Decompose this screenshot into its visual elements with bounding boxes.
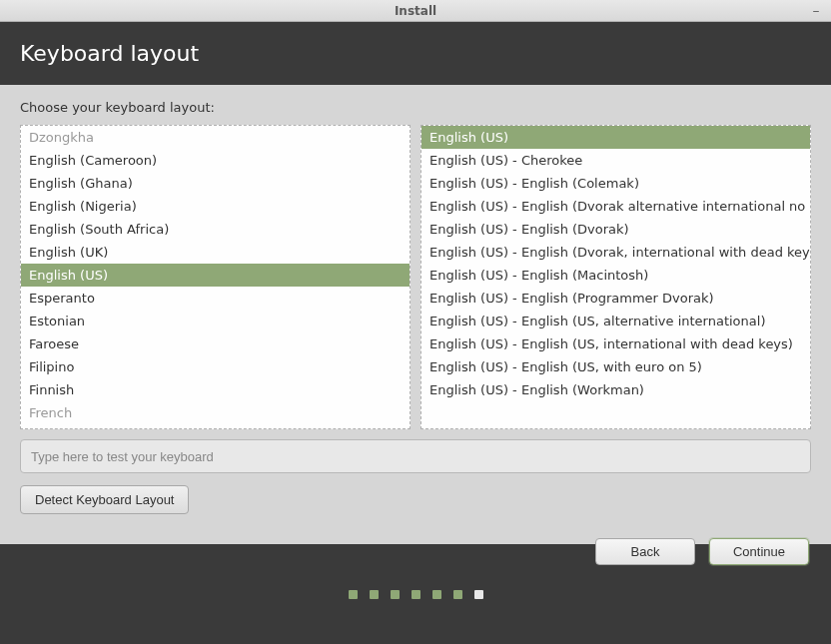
window-title: Install — [395, 4, 436, 18]
layout-item[interactable]: Filipino — [21, 355, 410, 378]
layout-item[interactable]: Dzongkha — [21, 126, 410, 149]
variant-item[interactable]: English (US) - English (Macintosh) — [421, 264, 810, 287]
layouts-list[interactable]: DzongkhaEnglish (Cameroon)English (Ghana… — [20, 125, 411, 429]
layout-item[interactable]: English (US) — [21, 264, 410, 287]
variant-item[interactable]: English (US) - English (US, internationa… — [421, 332, 810, 355]
keyboard-test-input[interactable] — [20, 439, 811, 473]
variant-item[interactable]: English (US) - English (Programmer Dvora… — [421, 287, 810, 310]
layout-item[interactable]: English (UK) — [21, 241, 410, 264]
layout-item[interactable]: Estonian — [21, 310, 410, 332]
layout-item[interactable]: English (South Africa) — [21, 218, 410, 241]
back-button[interactable]: Back — [595, 538, 695, 565]
layout-item[interactable]: Finnish — [21, 378, 410, 401]
variant-item[interactable]: English (US) - English (Workman) — [421, 378, 810, 401]
titlebar: Install – — [0, 0, 831, 22]
progress-dot — [412, 590, 420, 599]
progress-dot — [474, 590, 483, 599]
variant-item[interactable]: English (US) — [421, 126, 810, 149]
layout-item[interactable]: English (Nigeria) — [21, 195, 410, 218]
variant-item[interactable]: English (US) - English (Dvorak alternati… — [421, 195, 810, 218]
prompt-label: Choose your keyboard layout: — [20, 100, 811, 115]
variants-list[interactable]: English (US)English (US) - CherokeeEngli… — [420, 125, 811, 429]
progress-footer — [0, 544, 831, 644]
progress-dot — [349, 590, 358, 599]
lists-container: DzongkhaEnglish (Cameroon)English (Ghana… — [20, 125, 811, 429]
continue-button[interactable]: Continue — [709, 538, 809, 565]
progress-dot — [370, 590, 379, 599]
page-title: Keyboard layout — [20, 41, 199, 66]
variant-item[interactable]: English (US) - English (Dvorak) — [421, 218, 810, 241]
layout-item[interactable]: Esperanto — [21, 287, 410, 310]
layout-item[interactable]: English (Cameroon) — [21, 149, 410, 172]
variant-item[interactable]: English (US) - English (Colemak) — [421, 172, 810, 195]
layout-item[interactable]: English (Ghana) — [21, 172, 410, 195]
variant-item[interactable]: English (US) - English (US, with euro on… — [421, 355, 810, 378]
minimize-icon[interactable]: – — [809, 3, 823, 17]
progress-dot — [432, 590, 441, 599]
variant-item[interactable]: English (US) - Cherokee — [421, 149, 810, 172]
variant-item[interactable]: English (US) - English (Dvorak, internat… — [421, 241, 810, 264]
variant-item[interactable]: English (US) - English (US, alternative … — [421, 310, 810, 332]
header: Keyboard layout — [0, 22, 831, 85]
progress-dot — [453, 590, 462, 599]
progress-dot — [391, 590, 400, 599]
layout-item[interactable]: French — [21, 401, 410, 424]
content: Choose your keyboard layout: DzongkhaEng… — [0, 85, 831, 544]
layout-item[interactable]: Faroese — [21, 332, 410, 355]
detect-keyboard-button[interactable]: Detect Keyboard Layout — [20, 485, 189, 514]
